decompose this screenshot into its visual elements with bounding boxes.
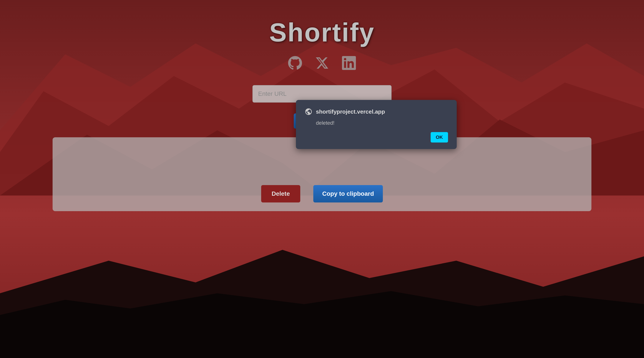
notification-ok-button[interactable]: OK <box>431 132 448 142</box>
notification-header: shortifyproject.vercel.app <box>304 108 448 116</box>
delete-button[interactable]: Delete <box>261 185 300 202</box>
linkedin-icon[interactable] <box>342 56 356 70</box>
notification-message: deleted! <box>304 120 448 126</box>
results-actions: Delete Copy to clipboard <box>261 185 383 202</box>
notification-url: shortifyproject.vercel.app <box>316 108 385 115</box>
app-title: Shortify <box>269 18 374 47</box>
copy-to-clipboard-button[interactable]: Copy to clipboard <box>313 185 383 202</box>
globe-icon <box>304 108 312 116</box>
twitter-icon[interactable] <box>315 56 329 70</box>
social-icons-group <box>288 56 356 70</box>
main-content: Shortify Shorten URL Delete Copy to cli <box>0 0 644 358</box>
notification-popup: shortifyproject.vercel.app deleted! OK <box>296 100 457 149</box>
github-icon[interactable] <box>288 56 302 70</box>
